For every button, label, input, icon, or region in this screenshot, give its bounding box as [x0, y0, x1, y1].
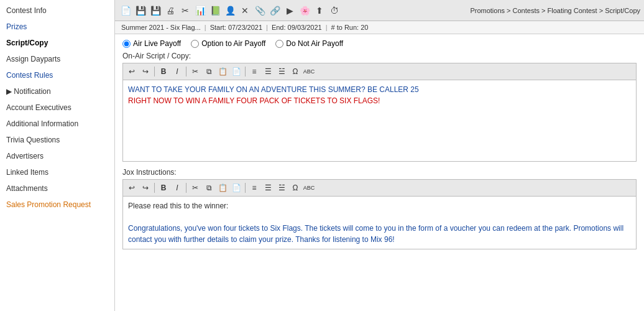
- sidebar-item-notification[interactable]: ▶ Notification: [0, 83, 114, 100]
- toolbar: 📄💾💾🖨✂📊📗👤✕📎🔗▶🌸⬆⏱ Promotions > Contests > …: [115, 0, 644, 21]
- radio-do-not-air[interactable]: Do Not Air Payoff: [275, 39, 343, 48]
- sidebar-item-sales-promotion-request[interactable]: Sales Promotion Request: [0, 197, 114, 213]
- italic-btn[interactable]: I: [171, 182, 183, 194]
- sidebar-item-additional-information[interactable]: Additional Information: [0, 116, 114, 132]
- cut-page-icon[interactable]: ✂: [178, 4, 192, 17]
- radio-input-option-to-air[interactable]: [191, 40, 199, 48]
- radio-input-air-live[interactable]: [122, 40, 131, 48]
- list1-btn[interactable]: ☰: [262, 182, 274, 194]
- omega-btn[interactable]: Ω: [289, 65, 301, 78]
- jox-editor-content[interactable]: Please read this to the winner: Congratu…: [123, 197, 636, 249]
- excel-icon[interactable]: 📊: [193, 4, 207, 17]
- radio-input-do-not-air[interactable]: [275, 40, 283, 48]
- on-air-text-line2: RIGHT NOW TO WIN A FAMILY FOUR PACK OF T…: [128, 96, 380, 105]
- omega-btn[interactable]: Ω: [289, 182, 301, 194]
- italic-btn[interactable]: I: [171, 65, 183, 78]
- pink-icon[interactable]: 🌸: [298, 4, 311, 17]
- bold-btn[interactable]: B: [157, 65, 170, 78]
- align-btn[interactable]: ≡: [248, 65, 260, 78]
- clock-icon[interactable]: ⏱: [328, 4, 341, 17]
- spell-btn[interactable]: ABC: [303, 65, 315, 78]
- sidebar-item-contest-info[interactable]: Contest Info: [0, 2, 114, 19]
- sidebar-item-contest-rules[interactable]: Contest Rules: [0, 67, 114, 83]
- paste2-btn[interactable]: 📄: [230, 182, 242, 194]
- toolbar-icons: 📄💾💾🖨✂📊📗👤✕📎🔗▶🌸⬆⏱: [119, 4, 341, 17]
- copy-btn[interactable]: ⧉: [203, 65, 215, 78]
- undo-btn[interactable]: ↩: [126, 65, 138, 78]
- payoff-radio-group: Air Live PayoffOption to Air PayoffDo No…: [122, 39, 637, 48]
- sidebar-item-account-executives[interactable]: Account Executives: [0, 100, 114, 116]
- breadcrumb: Promotions > Contests > Floating Contest…: [470, 7, 640, 14]
- editor-separator: [186, 183, 186, 193]
- contest-name: Summer 2021 - Six Flag...: [121, 24, 201, 31]
- sidebar-item-assign-dayparts[interactable]: Assign Dayparts: [0, 51, 114, 67]
- list1-btn[interactable]: ☰: [262, 65, 274, 78]
- sidebar: Contest InfoPrizesScript/CopyAssign Dayp…: [0, 0, 115, 311]
- radio-label-air-live: Air Live Payoff: [133, 39, 181, 48]
- cut-btn[interactable]: ✂: [189, 65, 201, 78]
- sidebar-item-advertisers[interactable]: Advertisers: [0, 148, 114, 164]
- content-area: Air Live PayoffOption to Air PayoffDo No…: [115, 34, 644, 311]
- sidebar-item-trivia-questions[interactable]: Trivia Questions: [0, 132, 114, 148]
- cut-btn[interactable]: ✂: [189, 182, 201, 194]
- jox-editor-toolbar: ↩↪BI✂⧉📋📄≡☰☱ΩABC: [123, 180, 636, 197]
- save-icon[interactable]: 💾: [149, 4, 162, 17]
- excel2-icon[interactable]: 📗: [208, 4, 222, 17]
- paste-btn[interactable]: 📋: [216, 182, 229, 194]
- jox-text-line1: Please read this to the winner:: [128, 202, 228, 210]
- list2-btn[interactable]: ☱: [275, 65, 288, 78]
- sidebar-item-script-copy[interactable]: Script/Copy: [0, 35, 114, 51]
- arrow-icon[interactable]: ▶: [283, 4, 297, 17]
- save-alt-icon[interactable]: 💾: [134, 4, 147, 17]
- editor-separator: [154, 183, 155, 193]
- on-air-editor-toolbar: ↩↪BI✂⧉📋📄≡☰☱ΩABC: [123, 63, 636, 80]
- info-bar: Summer 2021 - Six Flag... | Start: 07/23…: [115, 21, 644, 34]
- radio-option-to-air[interactable]: Option to Air Payoff: [191, 39, 265, 48]
- paste2-btn[interactable]: 📄: [230, 65, 242, 78]
- print-icon[interactable]: 🖨: [163, 4, 177, 17]
- attach1-icon[interactable]: 📎: [253, 4, 267, 17]
- attach2-icon[interactable]: 🔗: [268, 4, 282, 17]
- run-count: # to Run: 20: [331, 24, 369, 31]
- sidebar-item-attachments[interactable]: Attachments: [0, 180, 114, 197]
- on-air-editor[interactable]: ↩↪BI✂⧉📋📄≡☰☱ΩABC WANT TO TAKE YOUR FAMILY…: [122, 63, 637, 162]
- on-air-label: On-Air Script / Copy:: [122, 52, 637, 60]
- user-icon[interactable]: 👤: [223, 4, 237, 17]
- jox-label: Jox Instructions:: [122, 168, 637, 177]
- upload-icon[interactable]: ⬆: [313, 4, 326, 17]
- start-date: Start: 07/23/2021: [210, 24, 262, 31]
- copy-btn[interactable]: ⧉: [203, 182, 215, 194]
- radio-air-live[interactable]: Air Live Payoff: [122, 39, 181, 48]
- redo-btn[interactable]: ↪: [139, 182, 152, 194]
- redo-btn[interactable]: ↪: [139, 65, 152, 78]
- editor-separator: [245, 67, 246, 77]
- end-date: End: 09/03/2021: [272, 24, 322, 31]
- list2-btn[interactable]: ☱: [275, 182, 288, 194]
- on-air-editor-content[interactable]: WANT TO TAKE YOUR FAMILY ON AN ADVENTURE…: [123, 80, 636, 161]
- radio-label-do-not-air: Do Not Air Payoff: [286, 39, 343, 48]
- main-content: 📄💾💾🖨✂📊📗👤✕📎🔗▶🌸⬆⏱ Promotions > Contests > …: [115, 0, 644, 311]
- on-air-text-line1: WANT TO TAKE YOUR FAMILY ON AN ADVENTURE…: [128, 85, 419, 94]
- paste-btn[interactable]: 📋: [216, 65, 229, 78]
- undo-btn[interactable]: ↩: [126, 182, 138, 194]
- align-btn[interactable]: ≡: [248, 182, 260, 194]
- sidebar-item-prizes[interactable]: Prizes: [0, 19, 114, 35]
- editor-separator: [186, 67, 186, 77]
- editor-separator: [245, 183, 246, 193]
- new-icon[interactable]: 📄: [119, 4, 132, 17]
- jox-text-line2: Congratulations, you've won four tickets…: [128, 224, 623, 244]
- radio-label-option-to-air: Option to Air Payoff: [201, 39, 265, 48]
- sidebar-item-linked-items[interactable]: Linked Items: [0, 164, 114, 180]
- editor-separator: [154, 67, 155, 77]
- delete-icon[interactable]: ✕: [238, 4, 252, 17]
- spell-btn[interactable]: ABC: [303, 182, 315, 194]
- jox-editor[interactable]: ↩↪BI✂⧉📋📄≡☰☱ΩABC Please read this to the …: [122, 179, 637, 249]
- bold-btn[interactable]: B: [157, 182, 170, 194]
